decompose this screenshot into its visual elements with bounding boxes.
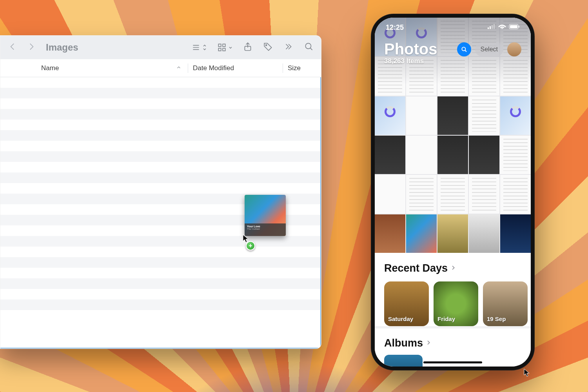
battery-icon <box>509 24 520 31</box>
svg-rect-11 <box>488 27 489 29</box>
day-card[interactable]: Saturday <box>384 281 429 326</box>
photos-search-button[interactable] <box>457 42 471 56</box>
back-button[interactable] <box>7 42 18 53</box>
file-list-area[interactable]: Your Love The Outfield + <box>0 77 321 348</box>
copy-badge-icon: + <box>246 241 255 250</box>
day-card[interactable]: 19 Sep <box>483 281 528 326</box>
search-button[interactable] <box>304 42 314 53</box>
recent-days-header[interactable]: Recent Days <box>384 262 531 274</box>
svg-rect-6 <box>223 48 225 51</box>
cursor-icon <box>524 368 531 379</box>
svg-rect-4 <box>223 44 225 47</box>
photos-select-button[interactable]: Select <box>475 42 503 56</box>
albums-row[interactable]: Wilbur rim <box>384 355 531 367</box>
svg-rect-16 <box>510 25 517 28</box>
iphone-device-frame: 12:25 Photos Select <box>371 14 535 370</box>
column-header-date[interactable]: Date Modified <box>188 64 283 72</box>
recent-days-row[interactable]: Saturday Friday 19 Sep <box>384 281 531 326</box>
svg-point-9 <box>305 43 311 49</box>
svg-point-8 <box>266 45 267 46</box>
chevron-right-icon <box>450 262 456 274</box>
iphone-screen[interactable]: 12:25 Photos Select <box>375 18 531 367</box>
photos-item-count: 38,263 Items <box>384 57 521 65</box>
share-button[interactable] <box>243 42 253 53</box>
album-card[interactable]: rim <box>470 355 509 367</box>
column-header-size[interactable]: Size <box>283 64 321 72</box>
home-indicator[interactable] <box>423 361 482 363</box>
window-title: Images <box>46 42 78 53</box>
wifi-icon <box>498 24 506 31</box>
view-grid-button[interactable] <box>217 42 232 53</box>
day-card[interactable]: Friday <box>434 281 478 326</box>
more-toolbar-button[interactable] <box>283 42 294 53</box>
svg-line-19 <box>465 50 466 52</box>
chevron-right-icon <box>425 337 432 349</box>
status-time: 12:25 <box>386 24 404 32</box>
profile-avatar[interactable] <box>507 42 521 56</box>
album-card[interactable]: Wilbur <box>427 355 466 367</box>
finder-toolbar: Images <box>0 36 321 59</box>
tag-button[interactable] <box>263 42 273 53</box>
album-card[interactable] <box>384 355 423 367</box>
forward-button[interactable] <box>26 42 36 53</box>
sort-indicator-icon <box>176 64 181 72</box>
albums-section: Albums Wilbur rim <box>375 328 531 367</box>
status-bar: 12:25 <box>375 18 531 37</box>
svg-rect-13 <box>492 25 493 29</box>
albums-header[interactable]: Albums <box>384 337 531 349</box>
svg-rect-5 <box>218 48 221 51</box>
column-headers: Name Date Modified Size <box>0 59 321 77</box>
view-list-button[interactable] <box>191 42 207 53</box>
finder-window: Images Name <box>0 35 321 349</box>
recent-days-section: Recent Days Saturday Friday 19 Sep <box>375 253 531 326</box>
photos-title: Photos <box>384 40 437 58</box>
svg-rect-14 <box>494 24 495 29</box>
column-header-name[interactable]: Name <box>0 64 188 72</box>
drag-preview-thumbnail: Your Love The Outfield <box>245 195 286 236</box>
svg-rect-12 <box>490 26 491 29</box>
svg-point-18 <box>462 47 465 51</box>
svg-rect-3 <box>218 44 221 47</box>
svg-line-10 <box>310 48 312 50</box>
svg-rect-17 <box>519 26 519 28</box>
cellular-icon <box>488 24 495 31</box>
